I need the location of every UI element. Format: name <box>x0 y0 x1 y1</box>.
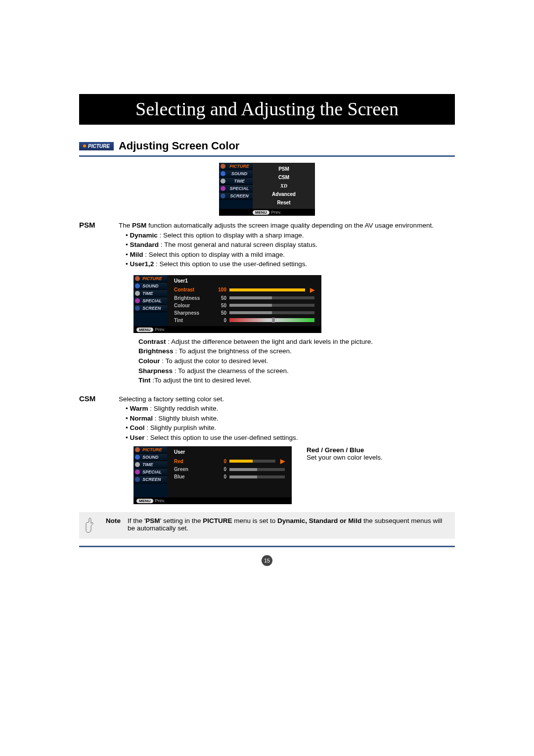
csm-opt: Normal : Slightly bluish white. <box>126 414 455 424</box>
def-line: Colour : To adjust the color to desired … <box>138 356 455 366</box>
csm-opt: Warm : Slightly reddish white. <box>126 404 455 414</box>
menu-button-label: MENU <box>253 210 269 215</box>
osd-screenshot-2: PICTURE SOUND TIME SPECIAL SCREEN User1 … <box>134 275 321 333</box>
osd-nav-time: TIME <box>219 178 253 185</box>
osd-nav-special: SPECIAL <box>219 185 253 192</box>
def-line: Contrast : Adjust the difference between… <box>138 337 455 347</box>
psm-intro: The PSM function automatically adjusts t… <box>119 221 455 231</box>
osd3-title: User <box>171 448 288 457</box>
def-line: Sharpness : To adjust the clearness of t… <box>138 366 455 376</box>
csm-opt: User : Select this option to use the use… <box>126 433 455 443</box>
note-box: Note If the 'PSM' setting in the PICTURE… <box>79 512 455 539</box>
psm-opt: Standard : The most general and natural … <box>126 240 455 250</box>
picture-tag-icon: PICTURE <box>79 142 114 150</box>
osd-item: CSM <box>257 173 311 182</box>
osd-item: XD <box>257 182 311 190</box>
csm-heading: CSM <box>79 394 119 443</box>
hand-icon <box>85 517 99 534</box>
osd-item: Reset <box>257 198 311 207</box>
rgb-title: Red / Green / Blue <box>307 446 364 454</box>
osd-nav-screen: SCREEN <box>219 192 253 200</box>
psm-opt: Dynamic : Select this option to display … <box>126 231 455 240</box>
def-line: Brightness : To adjust the brightness of… <box>138 346 455 356</box>
csm-intro: Selecting a factory setting color set. <box>119 394 455 404</box>
page-number: 15 <box>262 555 272 566</box>
def-line: Tint :To adjust the tint to desired leve… <box>138 376 455 385</box>
osd-nav-sound: SOUND <box>219 170 253 178</box>
psm-opt: User1,2 : Select this option to use the … <box>126 259 455 269</box>
note-text: If the 'PSM' setting in the PICTURE menu… <box>128 517 449 532</box>
psm-heading: PSM <box>79 221 119 269</box>
note-label: Note <box>106 517 121 524</box>
osd-item: Advanced <box>257 190 311 198</box>
csm-opt: Cool : Slightly purplish white. <box>126 423 455 433</box>
psm-opt: Mild : Select this option to display wit… <box>126 250 455 260</box>
osd-screenshot-3: PICTURE SOUND TIME SPECIAL SCREEN User R… <box>134 446 292 504</box>
osd-item: PSM <box>257 165 311 173</box>
footer-divider <box>79 546 455 547</box>
osd-nav-picture: PICTURE <box>219 163 253 170</box>
picture-tag-label: PICTURE <box>88 143 110 149</box>
osd-screenshot-1: PICTURE SOUND TIME SPECIAL SCREEN PSM CS… <box>219 163 315 216</box>
osd2-title: User1 <box>171 277 317 285</box>
rgb-text: Set your own color levels. <box>307 454 383 461</box>
divider <box>79 155 455 157</box>
prev-label: Prev. <box>271 210 281 215</box>
page-title-banner: Selecting and Adjusting the Screen <box>79 94 455 125</box>
section-title: Adjusting Screen Color <box>119 140 239 152</box>
